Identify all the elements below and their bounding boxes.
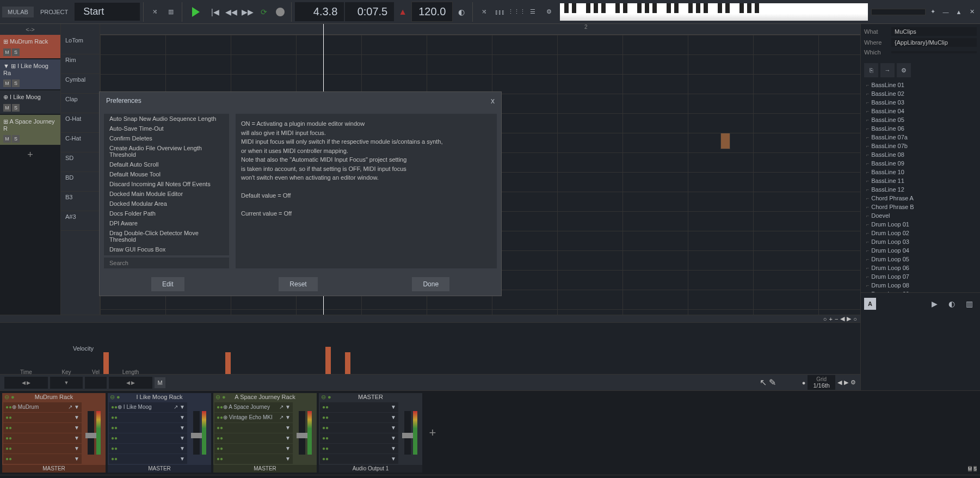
mute-button[interactable]: M (3, 48, 11, 56)
routing-icon[interactable]: ⤨ (147, 4, 162, 20)
preferences-list[interactable]: Auto Snap New Audio Sequence LengthAuto-… (104, 114, 229, 255)
maximize-icon[interactable]: ▲ (953, 6, 965, 18)
forward-button[interactable]: ▶▶ (240, 4, 255, 20)
tempo-dial-icon[interactable]: ◐ (454, 4, 469, 20)
length-field[interactable]: Length◀ ▶ (109, 377, 152, 389)
start-field[interactable]: Start (75, 3, 140, 21)
mixer-slot[interactable]: ● ● ▼ (214, 444, 293, 454)
channel-output[interactable]: MASTERM S (2, 465, 106, 473)
minimize-icon[interactable]: — (940, 6, 952, 18)
channel-solo[interactable]: S (973, 466, 977, 471)
mixer-slot[interactable]: ● ● ▼ (320, 423, 398, 433)
track-item[interactable]: ▼ ⊞ I Like Moog RaMS (0, 59, 60, 89)
mixer-slot[interactable]: ● ● ▼ (320, 413, 398, 422)
preference-item[interactable]: Discard Incoming All Notes Off Events (104, 179, 229, 189)
rewind-start-button[interactable]: |◀ (207, 4, 223, 20)
browser-item[interactable]: Drum Loop 07 (864, 272, 977, 281)
mixer-slot[interactable]: ● ● ▼ (109, 413, 187, 422)
preference-item[interactable]: Docs Folder Path (104, 209, 229, 218)
mixer-channel[interactable]: ⊖ ●A Space Journey Rack ● ● ⊕ A Space Jo… (213, 393, 317, 473)
add-tool-icon[interactable]: + (829, 316, 832, 322)
arrow-icon[interactable]: → (880, 63, 895, 77)
solo-button[interactable]: S (12, 104, 20, 112)
project-button[interactable]: PROJECT (35, 7, 73, 17)
browser-item[interactable]: BassLine 03 (864, 98, 977, 107)
preferences-search[interactable]: Search (104, 258, 229, 268)
browser-item[interactable]: Drum Loop 02 (864, 229, 977, 237)
mixer-slot[interactable]: ● ● ▼ (214, 423, 293, 433)
browser-item[interactable]: BassLine 05 (864, 115, 977, 124)
tempo-display[interactable]: 120.0 (411, 2, 453, 22)
note-name-row[interactable]: O-Hat (61, 113, 100, 133)
browser-item[interactable]: Chord Phrase A (864, 194, 977, 203)
preference-item[interactable]: Editor Navigation (104, 254, 229, 255)
which-field[interactable] (891, 51, 977, 53)
next-tool-icon[interactable]: ▶ (847, 315, 851, 322)
mixer-slot[interactable]: ● ● ▼ (320, 433, 398, 443)
mixer-slot[interactable]: ● ● ▼ (109, 433, 187, 443)
browser-item[interactable]: BassLine 11 (864, 176, 977, 185)
panel-icon[interactable]: ▥ (163, 4, 178, 20)
grid-next-icon[interactable]: ▶ (844, 379, 848, 386)
preference-item[interactable]: Draw GUI Focus Box (104, 244, 229, 254)
time-field[interactable]: Time◀ ▶ (4, 377, 48, 389)
browser-list[interactable]: BassLine 01BassLine 02BassLine 03BassLin… (861, 79, 980, 292)
mixer-slot[interactable]: ● ● ▼ (109, 423, 187, 433)
mixer-slot[interactable]: ● ● ▼ (320, 444, 398, 454)
mixer-slot[interactable]: ● ● ⊕ MuDrum↗ ▼ (3, 402, 82, 412)
reset-button[interactable]: Reset (279, 277, 317, 291)
piano-keyboard[interactable] (560, 3, 868, 21)
tool-arrow-icon[interactable]: ⤨ (476, 4, 491, 20)
pencil-tool-icon[interactable]: ✎ (769, 377, 776, 388)
what-field[interactable]: MuClips (891, 27, 977, 36)
grid-icon[interactable]: ⋮⋮⋮ (509, 4, 524, 20)
solo-button[interactable]: S (12, 135, 20, 143)
browser-item[interactable]: Chord Phrase B (864, 203, 977, 211)
mixer-channel[interactable]: ⊖ ●MASTER ● ● ▼● ● ▼● ● ▼● ● ▼● ● ▼● ● ▼… (319, 393, 422, 473)
close-icon[interactable]: ✕ (966, 6, 978, 18)
mulab-button[interactable]: MULAB (2, 7, 34, 17)
mute-button[interactable]: M (3, 79, 11, 87)
rewind-button[interactable]: ◀◀ (224, 4, 239, 20)
preference-item[interactable]: Confirm Deletes (104, 133, 229, 143)
mixer-slot[interactable]: ● ● ▼ (3, 433, 82, 443)
where-field[interactable]: {AppLibrary}/MuClip (891, 38, 977, 47)
grid-prev-icon[interactable]: ◀ (837, 379, 842, 386)
time-display[interactable]: 0:07.5 (345, 2, 394, 21)
solo-button[interactable]: S (12, 79, 20, 87)
mixer-slot[interactable]: ● ● ▼ (3, 454, 82, 464)
fit-tool-icon[interactable]: ○ (853, 316, 857, 322)
mixer-slot[interactable]: ● ● ▼ (109, 444, 187, 454)
note-name-row[interactable]: C-Hat (61, 133, 100, 152)
browser-item[interactable]: BassLine 10 (864, 168, 977, 176)
browser-item[interactable]: Drum Loop 08 (864, 281, 977, 290)
key-field[interactable]: Key▼ (50, 377, 83, 389)
mixer-slot[interactable]: ● ● ▼ (320, 402, 398, 412)
mute-button[interactable]: M (3, 104, 11, 112)
browser-item[interactable]: Drum Loop 03 (864, 237, 977, 246)
add-channel-button[interactable]: + (424, 393, 441, 473)
m-badge[interactable]: M (155, 377, 165, 388)
channel-output[interactable]: Audio Output 1M S (319, 465, 422, 473)
channel-mute[interactable]: M (968, 466, 972, 471)
timeline-ruler[interactable]: 2 (100, 24, 860, 35)
mixer-slot[interactable]: ● ● ▼ (3, 423, 82, 433)
preference-item[interactable]: Auto-Save Time-Out (104, 124, 229, 133)
preference-item[interactable]: DPI Aware (104, 218, 229, 228)
preference-item[interactable]: Docked Modular Area (104, 199, 229, 209)
done-button[interactable]: Done (412, 277, 449, 291)
pointer-tool-icon[interactable]: ↖ (760, 377, 767, 388)
mixer-channel[interactable]: ⊖ ●I Like Moog Rack ● ● ⊕ I Like Moog↗ ▼… (108, 393, 211, 473)
loop-button[interactable]: ⟳ (256, 4, 272, 20)
position-display[interactable]: 4.3.8 (295, 2, 344, 21)
browser-item[interactable]: BassLine 09 (864, 159, 977, 168)
preference-item[interactable]: Default Auto Scroll (104, 160, 229, 169)
edit-button[interactable]: Edit (151, 277, 184, 291)
mixer-icon[interactable]: ⫿⫿⫿ (492, 4, 508, 20)
browser-item[interactable]: BassLine 08 (864, 150, 977, 159)
browser-item[interactable]: BassLine 01 (864, 81, 977, 89)
browser-item[interactable]: BassLine 07a (864, 133, 977, 142)
velocity-content[interactable] (100, 323, 860, 374)
note-name-row[interactable]: SD (61, 152, 100, 172)
preference-item[interactable]: Create Audio File Overview Length Thresh… (104, 143, 229, 160)
